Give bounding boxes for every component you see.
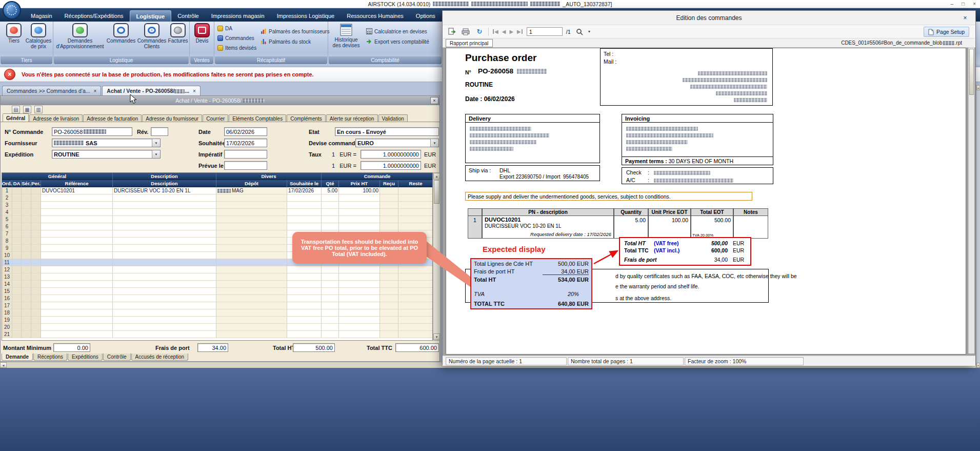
- combo-arrow-icon[interactable]: ▼: [152, 139, 160, 147]
- scroll-up-icon[interactable]: ▲: [976, 85, 980, 90]
- tab-complements[interactable]: Compléments: [287, 114, 326, 122]
- tab-adresse-facturation[interactable]: Adresse de facturation: [83, 114, 142, 122]
- combo-arrow-icon[interactable]: ▼: [430, 139, 438, 147]
- catalogues-de-prix-button[interactable]: Catalogues de prix: [26, 23, 51, 49]
- table-row[interactable]: 3: [2, 202, 432, 209]
- ribbon-group-label-ventes[interactable]: Ventes: [190, 56, 213, 64]
- scroll-thumb[interactable]: [434, 180, 439, 204]
- tab-general[interactable]: Général: [3, 113, 29, 122]
- table-row[interactable]: 5: [2, 216, 432, 223]
- close-button[interactable]: ×: [973, 1, 976, 7]
- col-description[interactable]: Description: [113, 180, 216, 187]
- tab-receptions-expeditions[interactable]: Réceptions/Expéditions: [58, 10, 130, 22]
- table-row[interactable]: 21: [2, 331, 432, 338]
- table-row[interactable]: 4: [2, 209, 432, 216]
- table-row[interactable]: 12: [2, 266, 432, 273]
- tab-alerte-reception[interactable]: Alerte sur réception: [326, 114, 378, 122]
- col-souhaitee[interactable]: Souhaitée le: [287, 180, 322, 187]
- previous-page-button[interactable]: ◀: [502, 29, 506, 34]
- taux-field-1[interactable]: 1.0000000000: [361, 150, 421, 159]
- scroll-down-icon[interactable]: ▼: [433, 334, 440, 340]
- historique-devises-button[interactable]: Historique des devises: [330, 23, 362, 48]
- tab-magasin[interactable]: Magasin: [25, 10, 58, 22]
- table-row[interactable]: 16: [2, 295, 432, 302]
- close-tab-icon[interactable]: ×: [193, 88, 196, 94]
- combo-arrow-icon[interactable]: ▼: [152, 150, 160, 158]
- palmares-fournisseurs-button[interactable]: Palmarès des fournisseurs: [261, 28, 329, 34]
- print-icon[interactable]: [461, 27, 471, 36]
- commandes-recap-button[interactable]: Commandes: [217, 35, 254, 41]
- factures-button[interactable]: Factures: [167, 23, 189, 44]
- doc-tab-commandes[interactable]: Commandes >> Commandes d'a... ×: [2, 86, 101, 95]
- first-page-button[interactable]: ◀: [492, 29, 498, 34]
- tab-impressions-logistique[interactable]: Impressions Logistique: [271, 10, 341, 22]
- scroll-thumb[interactable]: [969, 49, 974, 95]
- total-ht-field[interactable]: 500.00: [293, 343, 335, 352]
- tab-courrier[interactable]: Courrier: [203, 114, 228, 122]
- tab-accuses-reception[interactable]: Accusés de réception: [131, 354, 189, 361]
- items-devises-button[interactable]: Items devisés: [217, 45, 256, 51]
- col-per[interactable]: Per.: [31, 180, 41, 187]
- col-prix-ht[interactable]: Prix HT: [339, 180, 380, 187]
- commandes-button[interactable]: Commandes: [107, 23, 135, 44]
- devis-button[interactable]: Devis: [191, 23, 213, 44]
- table-row[interactable]: 6: [2, 223, 432, 230]
- minimize-button[interactable]: –: [951, 1, 954, 7]
- export-comptabilite-button[interactable]: Export vers comptabilité: [366, 38, 429, 45]
- page-setup-button[interactable]: Page Setup: [924, 27, 969, 37]
- tab-rapport-principal[interactable]: Rapport principal: [446, 39, 493, 47]
- table-row[interactable]: 17: [2, 302, 432, 309]
- calculatrice-devises-button[interactable]: Calculatrice en devises: [366, 28, 427, 34]
- app-logo-icon[interactable]: [3, 1, 21, 19]
- next-page-button[interactable]: ▶: [509, 29, 513, 34]
- expedition-combo[interactable]: ROUTINE ▼: [52, 150, 161, 159]
- prevue-field[interactable]: [224, 161, 267, 170]
- tab-adresse-fournisseur[interactable]: Adresse du fournisseur: [142, 114, 202, 122]
- rev-field[interactable]: [151, 127, 168, 136]
- grid-vertical-scrollbar[interactable]: ▲ ▼: [433, 172, 441, 341]
- montant-minimum-field[interactable]: 0.00: [53, 343, 90, 352]
- toolbar-doc-icon[interactable]: ▤: [12, 106, 20, 113]
- da-button[interactable]: DA: [217, 26, 232, 31]
- etat-field[interactable]: En cours - Envoyé: [335, 127, 439, 136]
- toolbar-save-icon[interactable]: ▥: [34, 106, 43, 113]
- zoom-caret-icon[interactable]: ▾: [588, 29, 590, 34]
- tab-logistique[interactable]: Logistique: [130, 10, 172, 22]
- export-icon[interactable]: [447, 27, 457, 36]
- toolbar-grid-icon[interactable]: ▦: [23, 106, 31, 113]
- tab-elements-comptables[interactable]: Eléments Comptables: [229, 114, 286, 122]
- ribbon-group-label-comptabilite[interactable]: Comptabilité: [329, 56, 442, 64]
- zoom-icon[interactable]: [574, 27, 585, 36]
- table-row[interactable]: 15: [2, 288, 432, 295]
- col-reference[interactable]: Référence: [41, 180, 113, 187]
- table-row[interactable]: 18: [2, 309, 432, 317]
- col-reste[interactable]: Reste: [398, 180, 433, 187]
- col-ord[interactable]: Ord.: [2, 180, 12, 187]
- tab-controle-bas[interactable]: Contrôle: [103, 354, 131, 361]
- report-close-button[interactable]: ×: [960, 13, 970, 23]
- tab-adresse-livraison[interactable]: Adresse de livraison: [29, 114, 83, 122]
- tab-receptions[interactable]: Réceptions: [33, 354, 67, 361]
- tab-impressions-magasin[interactable]: Impressions magasin: [205, 10, 271, 22]
- table-row[interactable]: 1DUVOC10201DURCISSEUR VOC 10-20 EN 1LMAG…: [2, 187, 432, 194]
- page-number-input[interactable]: 1: [527, 27, 563, 36]
- ribbon-group-label-logistique[interactable]: Logistique: [54, 56, 189, 64]
- refresh-icon[interactable]: ↻: [474, 27, 485, 36]
- report-vertical-scrollbar[interactable]: [968, 48, 974, 354]
- ribbon-group-label-recapitulatif[interactable]: Récapitulatif: [215, 56, 327, 64]
- tab-controle[interactable]: Contrôle: [171, 10, 205, 22]
- imperatif-field[interactable]: [224, 150, 267, 159]
- col-ser[interactable]: Sér.: [22, 180, 31, 187]
- scroll-up-icon[interactable]: ▲: [433, 173, 440, 180]
- right-edge-scrollbar[interactable]: ▲ ▼: [976, 85, 980, 368]
- tab-validation[interactable]: Validation: [378, 114, 408, 122]
- tab-demande[interactable]: Demande: [2, 354, 33, 361]
- doc-close-button[interactable]: ×: [430, 97, 438, 104]
- palmares-stock-button[interactable]: Palmarès du stock: [261, 38, 311, 45]
- tab-ressources-humaines[interactable]: Ressources Humaines: [341, 10, 410, 22]
- frais-port-field[interactable]: 34.00: [197, 343, 228, 352]
- ribbon-group-label-tiers[interactable]: Tiers: [1, 56, 52, 64]
- maximize-button[interactable]: □: [962, 1, 965, 7]
- table-row[interactable]: 19: [2, 317, 432, 324]
- date-field[interactable]: 06/02/2026: [224, 127, 267, 136]
